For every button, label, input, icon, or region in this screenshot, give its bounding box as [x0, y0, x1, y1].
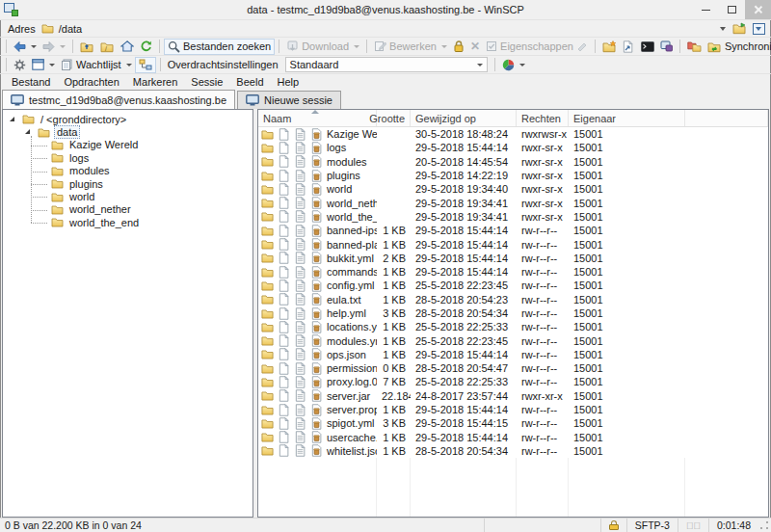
synchronize-button[interactable]: Synchroniseren [705, 39, 771, 55]
tree-node[interactable]: Kazige Wereld [3, 139, 253, 151]
menu-item[interactable]: Bestand [5, 75, 57, 89]
find-files-button[interactable]: Bestanden zoeken [164, 39, 275, 55]
find-files-label: Bestanden zoeken [183, 40, 271, 52]
file-row[interactable]: banned-players.json 1 KB 29-5-2018 15:44… [258, 237, 768, 251]
file-row[interactable]: ops.json 1 KB 29-5-2018 15:44:14 rw-r--r… [258, 348, 768, 361]
collapse-icon[interactable] [10, 117, 14, 121]
tree-node[interactable]: modules [3, 165, 253, 177]
file-row[interactable]: modules 20-5-2018 14:45:54 rwxr-sr-x 150… [258, 155, 768, 169]
file-row[interactable]: world_nether 29-5-2018 19:34:41 rwxr-sr-… [258, 196, 768, 209]
file-row[interactable]: commands.yml 1 KB 29-5-2018 15:44:14 rw-… [258, 265, 768, 279]
refresh-button[interactable] [137, 39, 155, 55]
file-row[interactable]: eula.txt 1 KB 28-5-2018 20:54:23 rw-r--r… [258, 293, 768, 306]
file-row[interactable]: Kazige Wereld 30-5-2018 18:48:24 rwxrwsr… [258, 127, 768, 141]
menu-item[interactable]: Help [271, 75, 306, 89]
tree-node[interactable]: plugins [3, 177, 253, 190]
edit-dropdown-icon[interactable] [441, 45, 447, 48]
transfer-options-button[interactable] [499, 57, 528, 73]
file-row[interactable]: permissions.yml 0 KB 28-5-2018 20:54:47 … [258, 361, 768, 375]
download-dropdown-icon[interactable] [354, 45, 359, 48]
file-name: server.jar [327, 390, 370, 402]
file-row[interactable]: bukkit.yml 2 KB 29-5-2018 15:44:14 rw-r-… [258, 252, 768, 265]
menu-item[interactable]: Beeld [229, 75, 270, 89]
text-file-icon [294, 307, 306, 320]
menu-item[interactable]: Opdrachten [57, 75, 125, 89]
panel-layout-button[interactable] [29, 57, 58, 73]
directory-tree-panel[interactable]: / <gronddirectory> data Kazige Wereld lo… [2, 109, 253, 518]
column-header-grootte[interactable]: Grootte [377, 110, 411, 126]
resize-grip[interactable] [758, 519, 770, 531]
notifications-status[interactable]: ◅⃠ [678, 519, 708, 532]
address-dropdown-icon[interactable] [720, 27, 726, 31]
back-button[interactable] [11, 39, 40, 55]
transfer-preset-select[interactable]: Standaard [285, 57, 488, 72]
download-button[interactable]: Download [283, 39, 362, 55]
file-owner: 15001 [569, 349, 685, 360]
file-row[interactable]: server.jar 22.184 KB 24-8-2017 23:57:44 … [258, 389, 768, 403]
file-row[interactable]: spigot.yml 3 KB 29-5-2018 15:44:15 rw-r-… [258, 416, 768, 430]
file-row[interactable]: plugins 29-5-2018 14:22:19 rwxr-sr-x 150… [258, 169, 768, 182]
parent-directory-button[interactable] [77, 39, 97, 55]
menu-item[interactable]: Sessie [184, 75, 229, 89]
address-path[interactable]: /data [59, 23, 82, 35]
open-console-button[interactable] [638, 39, 657, 55]
folder-icon [51, 152, 64, 163]
column-header-gewijzigd-op[interactable]: Gewijzigd op [411, 110, 517, 126]
edit-button[interactable]: Bewerken [371, 39, 450, 55]
menu-item[interactable]: Markeren [126, 75, 184, 89]
file-row[interactable]: banned-ips.json 1 KB 29-5-2018 15:44:14 … [258, 224, 768, 237]
tree-node[interactable]: logs [3, 151, 253, 164]
session-tab[interactable]: Nieuwe sessie [237, 91, 341, 109]
tree-view-toggle-button[interactable] [135, 57, 156, 73]
file-row[interactable]: world_the_end 29-5-2018 19:34:41 rwxr-sr… [258, 210, 768, 224]
close-button[interactable] [745, 0, 771, 19]
tree-node[interactable]: world [3, 190, 253, 202]
security-status[interactable] [600, 519, 626, 532]
new-link-button[interactable] [620, 39, 638, 55]
column-header-rechten[interactable]: Rechten [517, 110, 569, 126]
file-row[interactable]: usercache.json 1 KB 29-5-2018 15:44:14 r… [258, 431, 768, 444]
queue-dropdown-icon[interactable] [126, 64, 132, 66]
layout-dropdown-icon[interactable] [49, 64, 55, 66]
session-tab[interactable]: testmc_d19d9ba8@venus.kaashosting.be [2, 90, 235, 109]
minimize-button[interactable] [693, 0, 719, 19]
file-icon [278, 266, 290, 279]
file-row[interactable]: whitelist.json 1 KB 28-5-2018 20:54:34 r… [258, 444, 768, 458]
forward-history-dropdown-icon[interactable] [60, 45, 66, 48]
synchronize-browsing-button[interactable] [684, 39, 705, 55]
open-directory-button[interactable] [731, 21, 748, 36]
file-size: 1 KB [377, 266, 411, 278]
file-row[interactable]: help.yml 3 KB 28-5-2018 20:54:34 rw-r--r… [258, 306, 768, 320]
file-row[interactable]: world 29-5-2018 19:34:40 rwxr-sr-x 15001 [258, 182, 768, 196]
permissions-lock-button[interactable] [450, 39, 467, 55]
root-directory-button[interactable]: / [97, 39, 118, 55]
forward-button[interactable] [40, 39, 68, 55]
file-list-empty-area[interactable] [258, 458, 768, 517]
column-header-naam[interactable]: Naam [258, 110, 377, 126]
home-directory-button[interactable] [118, 39, 137, 55]
tree-node[interactable]: world_nether [3, 203, 253, 216]
open-in-putty-button[interactable] [657, 39, 676, 55]
filter-button[interactable] [750, 21, 767, 36]
new-file-button[interactable] [599, 39, 620, 55]
file-row[interactable]: server.properties 1 KB 29-5-2018 15:44:1… [258, 403, 768, 416]
back-history-dropdown-icon[interactable] [31, 45, 37, 48]
tree-node-data[interactable]: data [3, 125, 253, 138]
transfer-options-dropdown-icon[interactable] [519, 64, 525, 66]
protocol-status[interactable]: SFTP-3 [626, 519, 678, 532]
properties-button[interactable]: Eigenschappen [483, 39, 591, 55]
maximize-button[interactable] [719, 0, 745, 19]
tree-node[interactable]: world_the_end [3, 216, 253, 228]
collapse-icon[interactable] [25, 129, 30, 134]
file-row[interactable]: config.yml 1 KB 25-5-2018 22:23:45 rw-r-… [258, 279, 768, 292]
tree-node-root[interactable]: / <gronddirectory> [3, 113, 253, 125]
file-row[interactable]: locations.yml 1 KB 25-5-2018 22:25:33 rw… [258, 320, 768, 333]
queue-button[interactable]: Wachtlijst [58, 57, 135, 73]
file-row[interactable]: proxy.log.0 7 KB 25-5-2018 22:25:33 rw-r… [258, 375, 768, 388]
file-row[interactable]: modules.yml 1 KB 25-5-2018 22:23:45 rw-r… [258, 333, 768, 347]
file-row[interactable]: logs 29-5-2018 15:44:14 rwxr-sr-x 15001 [258, 141, 768, 154]
jar-file-icon [310, 252, 323, 264]
preferences-button[interactable] [11, 57, 29, 73]
column-header-eigenaar[interactable]: Eigenaar [569, 110, 685, 126]
delete-button[interactable]: ✕ [467, 39, 483, 55]
